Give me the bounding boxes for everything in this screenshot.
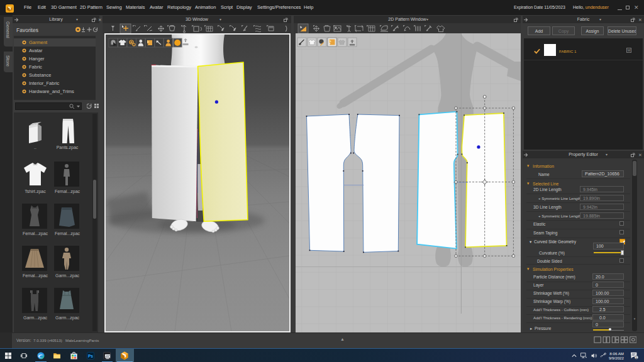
svg-text:1: 1	[635, 356, 637, 359]
